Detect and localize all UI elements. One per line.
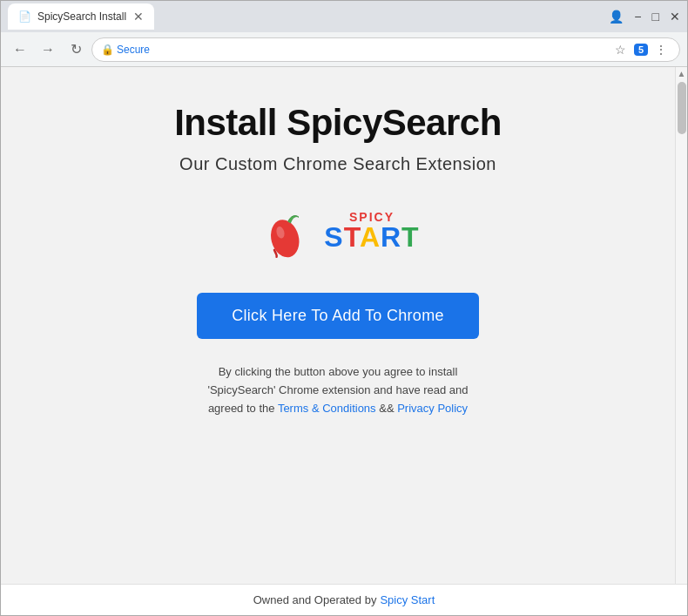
window-controls: 👤 − □ ✕ bbox=[609, 10, 680, 24]
back-button[interactable]: ← bbox=[8, 37, 32, 62]
secure-label: Secure bbox=[117, 44, 150, 56]
tab-favicon-icon: 📄 bbox=[18, 10, 30, 23]
privacy-policy-link[interactable]: Privacy Policy bbox=[397, 402, 468, 415]
logo-letter-t: T bbox=[344, 221, 360, 253]
reload-button[interactable]: ↻ bbox=[64, 37, 88, 62]
forward-button[interactable]: → bbox=[36, 37, 60, 62]
browser-window: 📄 SpicySearch Install ✕ 👤 − □ ✕ ← → ↻ 🔒 … bbox=[0, 0, 688, 616]
title-bar: 📄 SpicySearch Install ✕ 👤 − □ ✕ bbox=[1, 1, 687, 32]
terms-ampersand: & bbox=[379, 402, 387, 415]
svg-point-0 bbox=[267, 217, 304, 261]
logo-letter-s: S bbox=[324, 221, 343, 253]
reload-icon: ↻ bbox=[71, 41, 82, 58]
footer: Owned and Operated by Spicy Start bbox=[1, 584, 687, 615]
secure-badge: 🔒 Secure bbox=[101, 44, 150, 56]
lock-icon: 🔒 bbox=[101, 44, 114, 56]
scrollbar[interactable]: ▲ bbox=[675, 67, 687, 584]
address-bar-actions: ☆ 5 ⋮ bbox=[611, 40, 671, 59]
logo-letter-a: A bbox=[360, 221, 381, 253]
logo-area: SPICY START bbox=[256, 200, 419, 261]
forward-icon: → bbox=[41, 42, 55, 58]
maximize-button[interactable]: □ bbox=[652, 10, 659, 24]
tab-title: SpicySearch Install bbox=[37, 10, 126, 23]
main-card: Install SpicySearch Our Custom Chrome Se… bbox=[77, 102, 599, 417]
close-button[interactable]: ✕ bbox=[670, 10, 680, 24]
logo-letter-t2: T bbox=[401, 221, 420, 253]
star-icon[interactable]: ☆ bbox=[611, 40, 631, 59]
menu-icon[interactable]: ⋮ bbox=[651, 40, 671, 59]
minimize-button[interactable]: − bbox=[634, 10, 641, 24]
scrollbar-thumb[interactable] bbox=[678, 82, 686, 134]
content-area: PRC Install SpicySearch Our Custom Chrom… bbox=[1, 67, 687, 584]
logo-letter-r: R bbox=[381, 221, 401, 253]
footer-spicy-start-link[interactable]: Spicy Start bbox=[380, 593, 435, 606]
terms-conditions-link[interactable]: Terms & Conditions bbox=[278, 402, 376, 415]
logo-text: SPICY START bbox=[324, 211, 419, 251]
scroll-up-arrow[interactable]: ▲ bbox=[676, 67, 687, 80]
add-to-chrome-button[interactable]: Click Here To Add To Chrome bbox=[197, 293, 479, 339]
terms-text: By clicking the button above you agree t… bbox=[190, 363, 486, 417]
extensions-badge[interactable]: 5 bbox=[634, 44, 648, 56]
address-bar-row: ← → ↻ 🔒 Secure ☆ 5 ⋮ bbox=[1, 32, 687, 67]
page-content: PRC Install SpicySearch Our Custom Chrom… bbox=[1, 67, 675, 584]
install-subtitle: Our Custom Chrome Search Extension bbox=[179, 154, 496, 174]
footer-text: Owned and Operated by bbox=[253, 593, 377, 606]
install-title: Install SpicySearch bbox=[174, 102, 502, 144]
chili-icon bbox=[256, 200, 317, 261]
address-bar[interactable]: 🔒 Secure ☆ 5 ⋮ bbox=[91, 37, 680, 62]
account-icon[interactable]: 👤 bbox=[609, 10, 624, 24]
back-icon: ← bbox=[13, 42, 27, 58]
tab-close-button[interactable]: ✕ bbox=[133, 10, 144, 24]
browser-tab[interactable]: 📄 SpicySearch Install ✕ bbox=[8, 3, 154, 30]
logo-start-text: START bbox=[324, 223, 419, 251]
